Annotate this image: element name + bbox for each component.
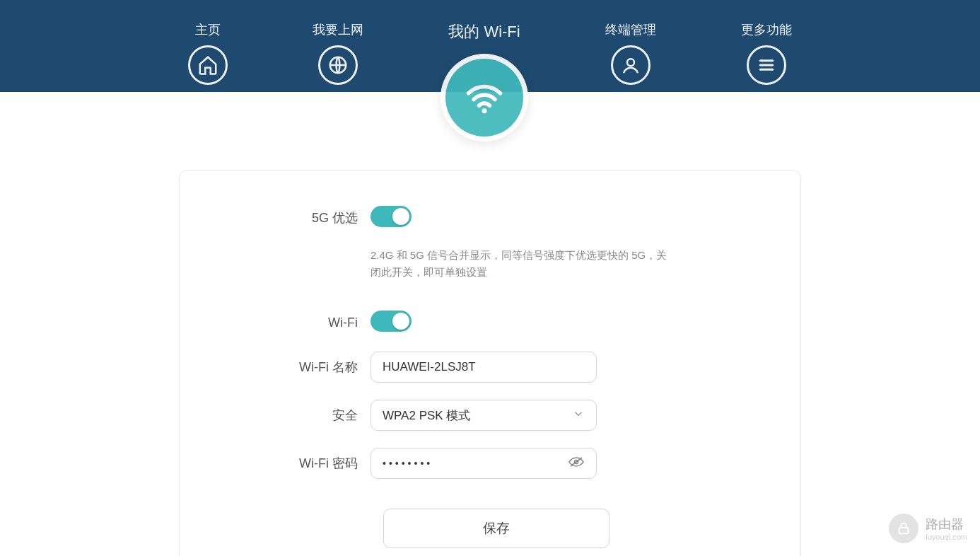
home-icon (188, 45, 228, 85)
nav-more[interactable]: 更多功能 (741, 21, 792, 92)
security-value: WPA2 PSK 模式 (383, 407, 470, 424)
watermark-sub: luyouqi.com (926, 533, 967, 541)
svg-point-2 (627, 59, 634, 66)
wifi-toggle[interactable] (371, 311, 412, 332)
wifi-name-input[interactable]: HUAWEI-2LSJ8T (371, 352, 597, 383)
top-navigation: 主页 我要上网 我的 Wi-Fi 终端管理 更 (0, 0, 980, 92)
nav-terminals[interactable]: 终端管理 (605, 21, 656, 92)
nav-terminals-label: 终端管理 (605, 21, 656, 38)
security-label: 安全 (229, 407, 371, 424)
save-button-label: 保存 (483, 519, 510, 538)
fiveg-toggle[interactable] (371, 206, 412, 227)
wifi-name-label: Wi-Fi 名称 (229, 359, 371, 376)
nav-wifi-label: 我的 Wi-Fi (448, 21, 520, 42)
wifi-name-value: HUAWEI-2LSJ8T (383, 360, 476, 374)
chevron-down-icon (572, 407, 585, 424)
security-select[interactable]: WPA2 PSK 模式 (371, 400, 597, 431)
wifi-icon-wrapper (441, 54, 528, 141)
eye-off-icon[interactable] (568, 453, 585, 474)
password-value: •••••••• (383, 458, 568, 469)
wifi-label: Wi-Fi (229, 315, 371, 330)
password-label: Wi-Fi 密码 (229, 455, 371, 472)
watermark-title: 路由器 (926, 516, 967, 533)
wifi-icon (445, 59, 523, 137)
svg-point-1 (482, 108, 486, 113)
nav-more-label: 更多功能 (741, 21, 792, 38)
nav-wifi[interactable]: 我的 Wi-Fi (448, 21, 520, 92)
fiveg-help-text: 2.4G 和 5G 信号合并显示，同等信号强度下优选更快的 5G，关闭此开关，即… (371, 247, 667, 281)
watermark: 路由器 luyouqi.com (889, 514, 967, 543)
globe-icon (318, 45, 358, 85)
save-button[interactable]: 保存 (383, 509, 609, 548)
nav-internet[interactable]: 我要上网 (313, 21, 363, 92)
wifi-password-input[interactable]: •••••••• (371, 448, 597, 479)
settings-panel: 5G 优选 2.4G 和 5G 信号合并显示，同等信号强度下优选更快的 5G，关… (179, 170, 801, 556)
menu-icon (747, 45, 786, 85)
svg-rect-4 (899, 528, 909, 533)
lock-icon (889, 514, 918, 543)
fiveg-label: 5G 优选 (229, 209, 371, 226)
nav-internet-label: 我要上网 (313, 21, 363, 38)
user-icon (611, 45, 651, 85)
nav-home-label: 主页 (195, 21, 221, 38)
nav-home[interactable]: 主页 (188, 21, 228, 92)
